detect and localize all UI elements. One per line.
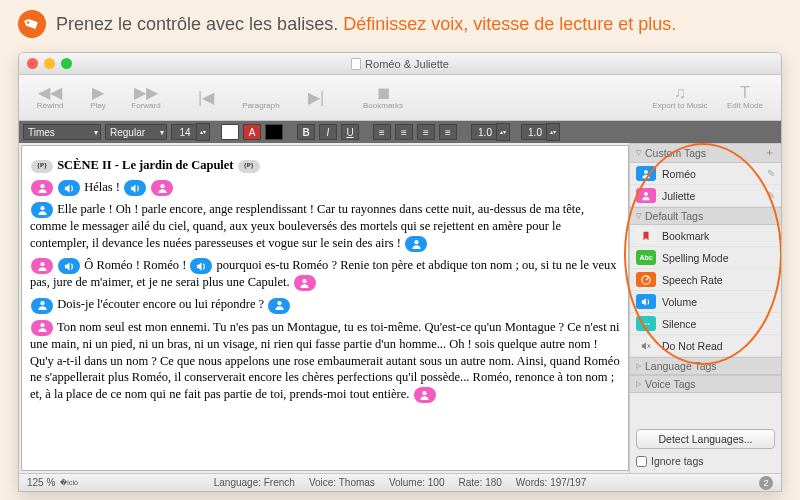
- italic-button[interactable]: I: [319, 124, 337, 140]
- export-button[interactable]: ♫Export to Music: [645, 79, 715, 117]
- zoom-control[interactable]: 125 % �ició: [27, 477, 78, 488]
- tag-silence[interactable]: Silence: [630, 313, 781, 335]
- bg-color[interactable]: [265, 124, 283, 140]
- fg-color[interactable]: [221, 124, 239, 140]
- align-right-button[interactable]: ≡: [417, 124, 435, 140]
- custom-tag-romeo[interactable]: Roméo✎: [630, 163, 781, 185]
- juliette-tag[interactable]: [294, 275, 316, 291]
- play-button[interactable]: ▶Play: [75, 79, 121, 117]
- next-paragraph-button[interactable]: ▶|: [293, 79, 339, 117]
- romeo-tag[interactable]: [31, 202, 53, 218]
- add-custom-tag[interactable]: ＋: [764, 146, 775, 160]
- para-tag: {P}: [31, 160, 53, 173]
- tag-bookmark[interactable]: Bookmark: [630, 225, 781, 247]
- tag-do-not-read[interactable]: Do Not Read: [630, 335, 781, 357]
- juliette-tag[interactable]: [414, 387, 436, 403]
- edit-icon[interactable]: ✎: [767, 168, 775, 179]
- forward-button[interactable]: ▶▶Forward: [123, 79, 169, 117]
- paragraph-label: .Paragraph: [231, 79, 291, 117]
- para-spacing-stepper[interactable]: 1.0: [521, 124, 549, 140]
- banner-text-highlight: Définissez voix, vitesse de lecture et p…: [343, 14, 676, 34]
- tag-icon: [13, 5, 50, 42]
- custom-tag-juliette[interactable]: Juliette✎: [630, 185, 781, 207]
- scene-heading: SCÈNE II - Le jardin de Capulet: [57, 158, 233, 172]
- document-icon: [351, 58, 361, 70]
- format-bar: Times Regular 14 A B I U ≡ ≡ ≡ ≡ 1.0 1.0: [19, 121, 781, 143]
- tags-sidebar: ▽Custom Tags＋ Roméo✎ Juliette✎ ▽Default …: [629, 143, 781, 473]
- window-title: Roméo & Juliette: [365, 58, 449, 70]
- tag-speech-rate[interactable]: Speech Rate: [630, 269, 781, 291]
- volume-tag[interactable]: [190, 258, 212, 274]
- volume-tag[interactable]: [58, 258, 80, 274]
- promo-banner: Prenez le contrôle avec les balises. Déf…: [0, 0, 800, 48]
- tag-volume[interactable]: Volume: [630, 291, 781, 313]
- banner-text-plain: Prenez le contrôle avec les balises.: [56, 14, 343, 34]
- edit-mode-button[interactable]: TEdit Mode: [717, 79, 773, 117]
- font-select[interactable]: Times: [23, 124, 101, 140]
- edit-icon[interactable]: ✎: [767, 190, 775, 201]
- volume-tag[interactable]: [58, 180, 80, 196]
- para-tag: {P}: [238, 160, 260, 173]
- juliette-tag[interactable]: [31, 258, 53, 274]
- align-center-button[interactable]: ≡: [395, 124, 413, 140]
- app-window: Roméo & Juliette ◀◀Rewind ▶Play ▶▶Forwar…: [18, 52, 782, 492]
- custom-tags-header[interactable]: ▽Custom Tags＋: [630, 143, 781, 163]
- romeo-tag[interactable]: [268, 298, 290, 314]
- language-tags-header[interactable]: ▷Language Tags: [630, 357, 781, 375]
- rewind-button[interactable]: ◀◀Rewind: [27, 79, 73, 117]
- align-justify-button[interactable]: ≡: [439, 124, 457, 140]
- juliette-tag[interactable]: [31, 320, 53, 336]
- notifications-badge[interactable]: 2: [759, 476, 773, 490]
- juliette-tag[interactable]: [31, 180, 53, 196]
- bookmarks-button[interactable]: ◼Bookmarks: [353, 79, 413, 117]
- voice-tags-header[interactable]: ▷Voice Tags: [630, 375, 781, 393]
- detect-languages-button[interactable]: Detect Languages...: [636, 429, 775, 449]
- document-area[interactable]: {P} SCÈNE II - Le jardin de Capulet {P} …: [21, 145, 629, 471]
- ignore-tags-checkbox[interactable]: Ignore tags: [636, 455, 775, 467]
- fg-apply[interactable]: A: [243, 124, 261, 140]
- romeo-tag[interactable]: [31, 298, 53, 314]
- weight-select[interactable]: Regular: [105, 124, 167, 140]
- tag-spelling[interactable]: AbcSpelling Mode: [630, 247, 781, 269]
- titlebar[interactable]: Roméo & Juliette: [19, 53, 781, 75]
- align-left-button[interactable]: ≡: [373, 124, 391, 140]
- line-spacing-stepper[interactable]: 1.0: [471, 124, 499, 140]
- bold-button[interactable]: B: [297, 124, 315, 140]
- prev-paragraph-button[interactable]: |◀: [183, 79, 229, 117]
- underline-button[interactable]: U: [341, 124, 359, 140]
- juliette-tag[interactable]: [151, 180, 173, 196]
- default-tags-header[interactable]: ▽Default Tags: [630, 207, 781, 225]
- size-stepper[interactable]: 14: [171, 124, 199, 140]
- main-toolbar: ◀◀Rewind ▶Play ▶▶Forward |◀ .Paragraph ▶…: [19, 75, 781, 121]
- status-bar: 125 % �ició Language: French Voice: Thom…: [19, 473, 781, 491]
- romeo-tag[interactable]: [405, 236, 427, 252]
- volume-tag[interactable]: [124, 180, 146, 196]
